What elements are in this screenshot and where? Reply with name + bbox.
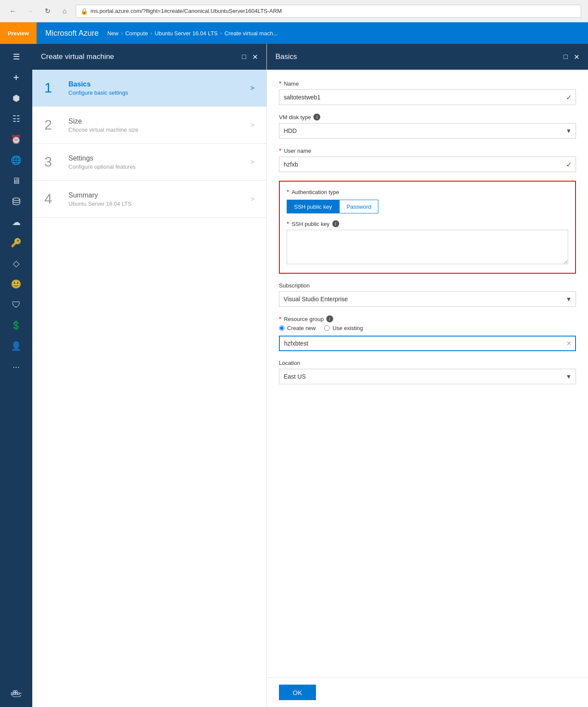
breadcrumb-ubuntu[interactable]: Ubuntu Server 16.04 LTS bbox=[155, 30, 217, 37]
sidebar-icon-monitor[interactable]: 🖥 bbox=[3, 171, 29, 190]
wizard-step-3[interactable]: 3 Settings Configure optional features > bbox=[32, 144, 266, 181]
rg-create-new-option[interactable]: Create new bbox=[279, 325, 316, 331]
breadcrumb-new[interactable]: New bbox=[107, 30, 118, 37]
step-2-title: Size bbox=[68, 117, 251, 125]
basics-form: * Name ✓ VM disk type i bbox=[267, 70, 588, 677]
vm-disk-info-icon[interactable]: i bbox=[313, 114, 320, 120]
name-input[interactable] bbox=[279, 90, 576, 105]
rg-input-wrapper: ✕ bbox=[279, 336, 576, 351]
sidebar: ☰ + ⬢ ☷ ⏰ 🌐 🖥 ☁ 🔑 ◇ 🙂 🛡 💲 👤 ··· bbox=[0, 44, 32, 707]
forward-button[interactable]: → bbox=[24, 5, 36, 17]
wizard-step-1[interactable]: 1 Basics Configure basic settings > bbox=[32, 70, 266, 107]
subscription-select-wrapper: Visual Studio Enterprise Pay-As-You-Go ▼ bbox=[279, 291, 576, 307]
breadcrumb-sep-3: › bbox=[220, 31, 222, 36]
sidebar-icon-billing[interactable]: 💲 bbox=[3, 316, 29, 335]
sidebar-icon-git[interactable]: ◇ bbox=[3, 254, 29, 273]
ssh-key-label: * SSH public key i bbox=[287, 220, 568, 227]
username-label-text: User name bbox=[284, 148, 311, 154]
breadcrumb: New › Compute › Ubuntu Server 16.04 LTS … bbox=[107, 30, 278, 37]
step-4-title: Summary bbox=[68, 191, 251, 199]
basics-maximize-icon[interactable]: □ bbox=[563, 53, 568, 61]
sidebar-icon-database[interactable] bbox=[3, 192, 29, 211]
home-button[interactable]: ⌂ bbox=[59, 5, 71, 17]
step-4-info: Summary Ubuntu Server 16.04 LTS bbox=[68, 191, 251, 207]
sidebar-icon-clock[interactable]: ⏰ bbox=[3, 130, 29, 149]
main-layout: ☰ + ⬢ ☷ ⏰ 🌐 🖥 ☁ 🔑 ◇ 🙂 🛡 💲 👤 ··· Create v… bbox=[0, 44, 588, 707]
step-2-info: Size Choose virtual machine size bbox=[68, 117, 251, 133]
lock-icon: 🔒 bbox=[80, 8, 88, 15]
location-label: Location bbox=[279, 360, 576, 366]
wizard-step-4[interactable]: 4 Summary Ubuntu Server 16.04 LTS > bbox=[32, 181, 266, 218]
name-input-wrapper: ✓ bbox=[279, 90, 576, 105]
name-label: * Name bbox=[279, 80, 576, 87]
subscription-select[interactable]: Visual Studio Enterprise Pay-As-You-Go bbox=[279, 291, 576, 307]
rg-input[interactable] bbox=[279, 336, 576, 351]
create-vm-panel: Create virtual machine □ ✕ 1 Basics Conf… bbox=[32, 44, 267, 707]
rg-radio-group: Create new Use existing bbox=[279, 325, 576, 331]
step-1-info: Basics Configure basic settings bbox=[68, 80, 251, 96]
location-select[interactable]: East US West US West Europe bbox=[279, 369, 576, 384]
maximize-icon[interactable]: □ bbox=[242, 53, 246, 61]
sidebar-icon-docker[interactable] bbox=[3, 685, 29, 704]
step-4-number: 4 bbox=[44, 191, 62, 207]
password-button[interactable]: Password bbox=[339, 200, 378, 213]
svg-point-0 bbox=[13, 198, 20, 201]
back-button[interactable]: ← bbox=[7, 5, 19, 17]
address-bar[interactable]: 🔒 ms.portal.azure.com/?flight=1#create/C… bbox=[76, 5, 581, 18]
svg-rect-6 bbox=[18, 693, 19, 695]
sidebar-icon-shield[interactable]: 🛡 bbox=[3, 295, 29, 314]
location-group: Location East US West US West Europe ▼ bbox=[279, 360, 576, 384]
create-vm-title: Create virtual machine bbox=[41, 52, 242, 61]
auth-type-label: * Authentication type bbox=[287, 188, 568, 195]
step-2-chevron: > bbox=[251, 121, 254, 129]
refresh-button[interactable]: ↻ bbox=[41, 5, 53, 17]
url-text: ms.portal.azure.com/?flight=1#create/Can… bbox=[90, 8, 282, 14]
sidebar-icon-user[interactable]: 👤 bbox=[3, 337, 29, 355]
rg-clear-icon[interactable]: ✕ bbox=[566, 340, 572, 347]
rg-create-new-radio[interactable] bbox=[279, 325, 285, 331]
sidebar-icon-face[interactable]: 🙂 bbox=[3, 275, 29, 293]
hamburger-button[interactable]: ☰ bbox=[3, 47, 29, 66]
add-button[interactable]: + bbox=[3, 68, 29, 87]
sidebar-icon-cloud[interactable]: ☁ bbox=[3, 213, 29, 232]
ssh-key-button[interactable]: SSH public key bbox=[287, 200, 339, 213]
sidebar-icon-key[interactable]: 🔑 bbox=[3, 233, 29, 252]
vm-disk-select[interactable]: SSD HDD bbox=[279, 123, 576, 139]
sidebar-icon-more[interactable]: ··· bbox=[3, 357, 29, 376]
sidebar-icon-grid[interactable]: ☷ bbox=[3, 109, 29, 128]
panels-area: Create virtual machine □ ✕ 1 Basics Conf… bbox=[32, 44, 588, 707]
ok-button[interactable]: OK bbox=[279, 685, 316, 700]
rg-use-existing-label: Use existing bbox=[332, 325, 363, 331]
vm-disk-label: VM disk type i bbox=[279, 114, 576, 120]
close-icon[interactable]: ✕ bbox=[252, 53, 258, 61]
location-select-wrapper: East US West US West Europe ▼ bbox=[279, 369, 576, 384]
vm-disk-group: VM disk type i SSD HDD ▼ bbox=[279, 114, 576, 139]
location-label-text: Location bbox=[279, 360, 300, 366]
subscription-label: Subscription bbox=[279, 282, 576, 289]
resource-group-label: * Resource group i bbox=[279, 315, 576, 322]
browser-bar: ← → ↻ ⌂ 🔒 ms.portal.azure.com/?flight=1#… bbox=[0, 0, 588, 22]
name-label-text: Name bbox=[284, 80, 299, 87]
svg-rect-1 bbox=[11, 693, 13, 695]
sidebar-icon-globe[interactable]: 🌐 bbox=[3, 151, 29, 170]
basics-close-icon[interactable]: ✕ bbox=[574, 53, 579, 61]
username-group: * User name ✓ bbox=[279, 147, 576, 172]
basics-title: Basics bbox=[275, 52, 563, 61]
step-3-info: Settings Configure optional features bbox=[68, 154, 251, 170]
wizard-step-2[interactable]: 2 Size Choose virtual machine size > bbox=[32, 107, 266, 144]
ssh-key-textarea[interactable] bbox=[287, 230, 568, 264]
sidebar-icon-dashboard[interactable]: ⬢ bbox=[3, 89, 29, 108]
azure-topbar: Preview Microsoft Azure New › Compute › … bbox=[0, 22, 588, 44]
auth-toggle: SSH public key Password bbox=[287, 200, 568, 213]
ssh-key-info-icon[interactable]: i bbox=[332, 220, 339, 227]
azure-logo: Microsoft Azure bbox=[37, 29, 107, 38]
username-input[interactable] bbox=[279, 157, 576, 172]
vm-disk-label-text: VM disk type bbox=[279, 114, 311, 120]
basics-header-icons: □ ✕ bbox=[563, 53, 579, 61]
rg-use-existing-option[interactable]: Use existing bbox=[324, 325, 363, 331]
rg-use-existing-radio[interactable] bbox=[324, 325, 330, 331]
breadcrumb-create[interactable]: Create virtual mach... bbox=[224, 30, 278, 37]
breadcrumb-compute[interactable]: Compute bbox=[125, 30, 148, 37]
rg-info-icon[interactable]: i bbox=[326, 315, 333, 322]
step-1-title: Basics bbox=[68, 80, 251, 88]
